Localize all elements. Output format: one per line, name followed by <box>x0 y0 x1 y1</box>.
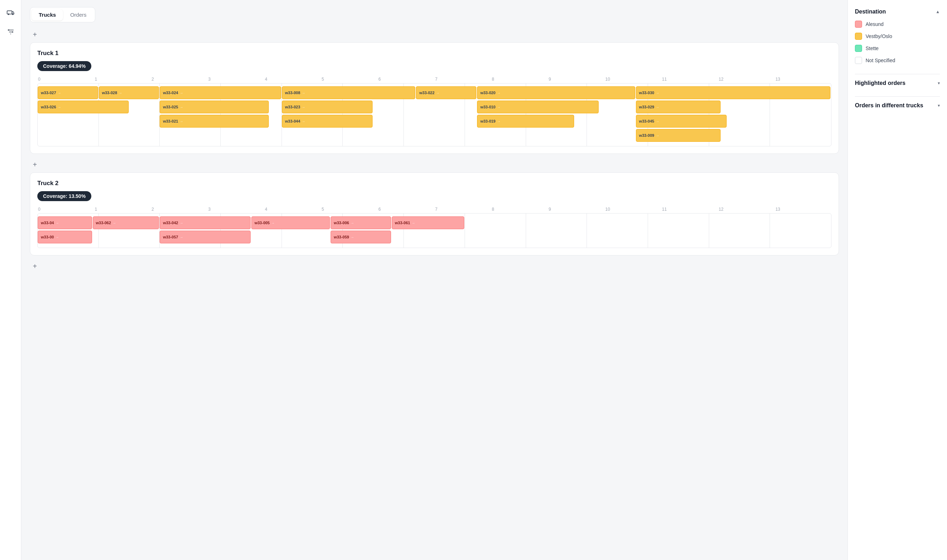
truck1-timeline-body: w33-027→w33-028→w33-024→w33-008→w33-022→… <box>37 83 832 146</box>
order-label: w33-044 <box>285 119 300 123</box>
order-block-w33-019[interactable]: w33-019→ <box>477 115 574 128</box>
order-label: w33-019 <box>480 119 496 123</box>
svg-rect-0 <box>7 11 12 14</box>
order-label: w33-00 <box>41 235 54 239</box>
order-arrow: → <box>58 91 61 95</box>
order-block-w33-04[interactable]: w33-04→ <box>38 216 92 229</box>
order-arrow: → <box>656 119 659 123</box>
stette-label: Stette <box>865 46 879 51</box>
order-arrow: → <box>351 221 354 225</box>
truck1-timeline: 0 1 2 3 4 5 6 7 8 9 10 11 12 13 <box>37 77 832 146</box>
order-block-w33-044[interactable]: w33-044→ <box>282 115 373 128</box>
destination-header[interactable]: Destination ▲ <box>855 9 940 15</box>
order-block-w33-045[interactable]: w33-045→ <box>636 115 727 128</box>
truck2-coverage: Coverage: 13.50% <box>37 191 91 201</box>
order-label: w33-027 <box>41 91 56 95</box>
order-block-w33-023[interactable]: w33-023→ <box>282 100 373 113</box>
legend-alesund: Alesund <box>855 21 940 28</box>
filter-nav-icon[interactable] <box>4 26 17 38</box>
order-arrow: → <box>302 119 305 123</box>
order-arrow: → <box>351 235 354 239</box>
order-label: w33-021 <box>163 119 178 123</box>
add-truck-button-middle[interactable]: + <box>30 160 40 169</box>
order-label: w33-020 <box>480 91 496 95</box>
right-panel: Destination ▲ Alesund Vestby/Oslo Stette… <box>847 0 947 560</box>
order-block-w33-062[interactable]: w33-062→ <box>93 216 159 229</box>
highlighted-orders-section: Highlighted orders ▾ <box>855 80 940 86</box>
order-block-w33-008[interactable]: w33-008→ <box>282 86 416 99</box>
order-block-w33-022[interactable]: w33-022→ <box>416 86 476 99</box>
destination-section: Destination ▲ Alesund Vestby/Oslo Stette… <box>855 9 940 64</box>
order-block-w33-009[interactable]: w33-009→ <box>636 129 721 142</box>
main-content: Trucks Orders + Truck 1 Coverage: 64.94%… <box>22 0 847 560</box>
order-label: w33-026 <box>41 105 56 109</box>
not-specified-label: Not Specified <box>865 58 895 63</box>
orders-different-trucks-header[interactable]: Orders in different trucks ▾ <box>855 102 940 109</box>
order-block-w33-005[interactable]: w33-005→ <box>251 216 330 229</box>
truck1-title: Truck 1 <box>37 50 832 57</box>
truck2-title: Truck 2 <box>37 180 832 187</box>
order-arrow: → <box>180 91 183 95</box>
order-label: w33-005 <box>254 221 270 225</box>
order-arrow: → <box>656 105 659 109</box>
order-block-w33-029[interactable]: w33-029→ <box>636 100 721 113</box>
order-label: w33-028 <box>102 91 117 95</box>
order-block-w33-030[interactable]: w33-030→ <box>636 86 830 99</box>
order-arrow: → <box>497 91 500 95</box>
truck2-timeline-body: w33-04→w33-062→w33-042→w33-005→w33-006→w… <box>37 213 832 248</box>
order-block-w33-006[interactable]: w33-006→ <box>331 216 391 229</box>
order-block-w33-061[interactable]: w33-061→ <box>392 216 464 229</box>
destination-title: Destination <box>855 9 886 15</box>
highlighted-orders-header[interactable]: Highlighted orders ▾ <box>855 80 940 86</box>
divider-1 <box>855 74 940 74</box>
order-block-w33-042[interactable]: w33-042→ <box>160 216 251 229</box>
order-block-w33-010[interactable]: w33-010→ <box>477 100 598 113</box>
vestby-color-swatch <box>855 33 862 40</box>
order-label: w33-010 <box>480 105 496 109</box>
order-block-w33-00[interactable]: w33-00→ <box>38 231 92 243</box>
order-label: w33-04 <box>41 221 54 225</box>
tab-trucks[interactable]: Trucks <box>32 9 63 21</box>
order-label: w33-059 <box>334 235 349 239</box>
order-block-w33-027[interactable]: w33-027→ <box>38 86 98 99</box>
add-truck-button-top[interactable]: + <box>30 29 40 40</box>
add-truck-button-bottom[interactable]: + <box>30 261 40 271</box>
order-block-w33-028[interactable]: w33-028→ <box>99 86 159 99</box>
vestby-label: Vestby/Oslo <box>865 34 892 39</box>
order-label: w33-062 <box>96 221 111 225</box>
order-label: w33-009 <box>639 133 654 137</box>
order-label: w33-022 <box>419 91 434 95</box>
order-block-w33-024[interactable]: w33-024→ <box>160 86 281 99</box>
order-label: w33-030 <box>639 91 654 95</box>
order-label: w33-023 <box>285 105 300 109</box>
order-block-w33-021[interactable]: w33-021→ <box>160 115 269 128</box>
order-arrow: → <box>436 91 439 95</box>
tab-orders[interactable]: Orders <box>63 9 94 21</box>
order-label: w33-061 <box>395 221 410 225</box>
truck1-card: Truck 1 Coverage: 64.94% 0 1 2 3 4 5 6 7… <box>30 42 839 154</box>
order-arrow: → <box>271 221 275 225</box>
order-block-w33-026[interactable]: w33-026→ <box>38 100 129 113</box>
order-arrow: → <box>302 91 305 95</box>
order-block-w33-020[interactable]: w33-020→ <box>477 86 635 99</box>
order-arrow: → <box>180 235 183 239</box>
order-label: w33-042 <box>163 221 178 225</box>
order-block-w33-059[interactable]: w33-059→ <box>331 231 391 243</box>
legend-stette: Stette <box>855 45 940 52</box>
order-label: w33-008 <box>285 91 300 95</box>
orders-different-trucks-chevron: ▾ <box>938 103 940 108</box>
order-arrow: → <box>119 91 122 95</box>
truck1-coverage: Coverage: 64.94% <box>37 61 91 71</box>
truck2-timeline: 0 1 2 3 4 5 6 7 8 9 10 11 12 13 <box>37 207 832 248</box>
order-label: w33-029 <box>639 105 654 109</box>
legend-not-specified: Not Specified <box>855 57 940 64</box>
order-arrow: → <box>656 91 659 95</box>
order-block-w33-057[interactable]: w33-057→ <box>160 231 251 243</box>
truck2-card: Truck 2 Coverage: 13.50% 0 1 2 3 4 5 6 7… <box>30 172 839 255</box>
destination-chevron: ▲ <box>936 9 940 14</box>
sidebar <box>0 0 22 560</box>
order-block-w33-025[interactable]: w33-025→ <box>160 100 269 113</box>
not-specified-color-swatch <box>855 57 862 64</box>
truck-nav-icon[interactable] <box>4 6 17 18</box>
highlighted-orders-title: Highlighted orders <box>855 80 905 86</box>
